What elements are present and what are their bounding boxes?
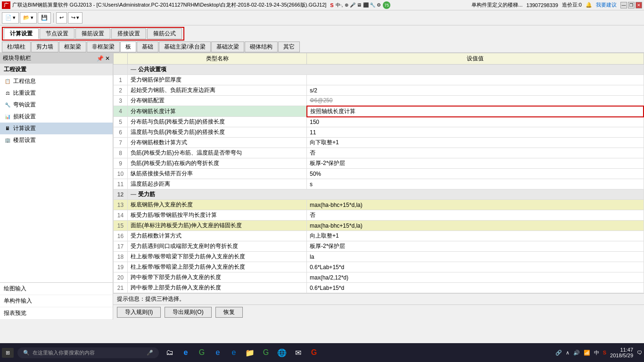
taskbar-icon-ie2[interactable]: e — [211, 346, 225, 360]
table-container: 类型名称 设值值 —公共设置项 1 受力钢筋保护层厚度 — [113, 53, 644, 293]
row-name: 分布钢筋配置 — [128, 96, 307, 106]
sidebar-item-project-info[interactable]: 📋 工程信息 — [0, 75, 113, 87]
tab-node-settings[interactable]: 节点设置 — [40, 28, 74, 39]
export-rules-button[interactable]: 导出规则(O) — [165, 307, 211, 318]
project-info-icon: 📋 — [4, 78, 11, 85]
content-area: 类型名称 设值值 —公共设置项 1 受力钢筋保护层厚度 — [113, 53, 644, 320]
row-num: 1 — [114, 75, 128, 85]
main-tabs-bordered: 计算设置 节点设置 箍筋设置 搭接设置 箍筋公式 — [2, 27, 184, 41]
row-name: 跨中板带上部受力筋伸入支座的长度 — [128, 283, 307, 293]
phone-number: 13907298339 — [527, 2, 558, 8]
row-num: 4 — [114, 106, 128, 117]
undo-button[interactable]: ↩ — [56, 12, 67, 24]
row-name: 受力钢筋保护层厚度 — [128, 75, 307, 85]
sidebar-label-project-info: 工程信息 — [13, 77, 36, 85]
date-display: 2018/5/29 — [610, 353, 633, 358]
start-button[interactable]: ⊞ — [2, 348, 14, 358]
open-button[interactable]: 📂 ▾ — [20, 12, 37, 24]
taskbar-icon-green[interactable]: G — [259, 346, 273, 360]
table-row: 11 温度筋起步距离 s — [114, 179, 644, 189]
taskbar-icon-ggj[interactable]: G — [195, 346, 209, 360]
close-button[interactable]: ✕ — [636, 2, 642, 8]
table-row: 1 受力钢筋保护层厚度 — [114, 75, 644, 85]
taskbar-icon-network[interactable]: 🌐 — [275, 346, 289, 360]
taskbar-right: 🔗 ∧ 🔊 📶 中 S 11:47 2018/5/29 🗨 — [555, 347, 642, 358]
table-row: 6 温度筋与负筋(跨板受力筋)的搭接长度 11 — [114, 127, 644, 138]
row-num: 18 — [114, 252, 128, 262]
save-button[interactable]: 💾 — [38, 12, 51, 24]
subtab-foundation-sec-beam[interactable]: 基础次梁 — [211, 41, 244, 52]
taskbar-search[interactable]: 🔍 在这里输入你要搜索的内容 🎤 — [17, 347, 159, 358]
undo-icon: ↩ — [59, 15, 64, 21]
sidebar-item-loss[interactable]: 📊 损耗设置 — [0, 111, 113, 123]
tab-calc-settings[interactable]: 计算设置 — [4, 28, 39, 39]
table-row: 8 负筋(跨板受力筋)分布筋、温度筋是否带弯勾 否 — [114, 148, 644, 158]
minimize-button[interactable]: — — [620, 2, 627, 8]
taskbar-speaker-icon: 🔊 — [573, 350, 580, 356]
calc-icon: 🖩 — [4, 125, 11, 132]
row-value: 否 — [307, 148, 644, 158]
redo-button[interactable]: ↪ ▾ — [68, 12, 83, 24]
taskbar-lang-zh: 中 — [594, 349, 599, 356]
help-link[interactable]: 我要建议 — [596, 1, 617, 8]
subtab-col[interactable]: 柱/墙柱 — [2, 41, 31, 52]
floor-icon: 🏢 — [4, 137, 11, 144]
price-info: 造价豆:0 — [562, 1, 582, 8]
row-num: 13 — [114, 200, 128, 210]
row-num: 3 — [114, 96, 128, 106]
bottom-bar: 导入规则(I) 导出规则(O) 恢复 — [113, 304, 644, 320]
subtab-foundation[interactable]: 基础 — [137, 41, 158, 52]
sidebar-footer-drawing[interactable]: 绘图输入 — [0, 283, 113, 295]
bell-icon: 🔔 — [586, 2, 592, 8]
subtab-slab[interactable]: 板 — [120, 41, 136, 52]
table-header-row: 类型名称 设值值 — [114, 53, 644, 65]
subtab-other[interactable]: 其它 — [278, 41, 300, 52]
taskbar-icon-edge[interactable]: e — [227, 346, 241, 360]
sidebar-pin-icon[interactable]: 📌 ✕ — [97, 55, 110, 62]
taskbar-icon-mail[interactable]: ✉ — [291, 346, 305, 360]
sidebar-footer-single[interactable]: 单构件输入 — [0, 295, 113, 307]
taskbar-icon-cortana[interactable]: 🗂 — [163, 346, 177, 360]
tab-stirrup-settings[interactable]: 箍筋设置 — [75, 28, 110, 39]
new-button[interactable]: 📄 ▾ — [2, 12, 19, 24]
row-num: 12 — [114, 189, 128, 200]
table-row: —公共设置项 — [114, 65, 644, 75]
sidebar-item-calc[interactable]: 🖩 计算设置 — [0, 123, 113, 134]
row-value: 向下取整+1 — [307, 138, 644, 148]
restore-button[interactable]: ❐ — [628, 2, 635, 8]
table-row: 10 纵筋搭接接头错开百分率 50% — [114, 169, 644, 179]
restore-button[interactable]: 恢复 — [215, 307, 243, 318]
tab-stirrup-formula[interactable]: 箍筋公式 — [147, 28, 182, 39]
tab-lap-settings[interactable]: 搭接设置 — [111, 28, 146, 39]
settings-table: 类型名称 设值值 —公共设置项 1 受力钢筋保护层厚度 — [113, 53, 644, 293]
sidebar-item-floor[interactable]: 🏢 楼层设置 — [0, 134, 113, 146]
row-num: 10 — [114, 169, 128, 179]
subtab-nonframebeam[interactable]: 非框架梁 — [87, 41, 120, 52]
row-value: la — [307, 252, 644, 262]
sidebar-footer-report[interactable]: 报表预览 — [0, 307, 113, 320]
taskbar-time-date: 11:47 2018/5/29 — [610, 347, 633, 358]
app-icon: 广 — [2, 1, 10, 9]
subtab-framebeam[interactable]: 框架梁 — [59, 41, 86, 52]
taskbar-icon-red-g[interactable]: G — [307, 346, 321, 360]
taskbar: ⊞ 🔍 在这里输入你要搜索的内容 🎤 🗂 e G e e 📁 G 🌐 ✉ G 🔗… — [0, 343, 644, 362]
row-value: 否 — [307, 210, 644, 221]
subtab-foundation-main-beam[interactable]: 基础主梁/承台梁 — [159, 41, 210, 52]
taskbar-icon-ie1[interactable]: e — [179, 346, 193, 360]
table-row-yellow: 13 板底钢筋伸入支座的长度 max(ha-bhc+15*d,la) — [114, 200, 644, 210]
sidebar-item-hook[interactable]: 🔧 弯钩设置 — [0, 99, 113, 111]
row-name: 温度筋与负筋(跨板受力筋)的搭接长度 — [128, 127, 307, 138]
sidebar-item-weight[interactable]: ⚖ 比重设置 — [0, 87, 113, 99]
table-row-highlighted: 4 分布钢筋长度计算 按照轴线长度计算 — [114, 106, 644, 117]
app-version: 75 — [383, 1, 390, 9]
row-value-highlighted[interactable]: 按照轴线长度计算 — [307, 106, 644, 117]
taskbar-icon-files[interactable]: 📁 — [243, 346, 257, 360]
row-num — [114, 65, 128, 75]
row-num: 7 — [114, 138, 128, 148]
row-name: 受力筋遇到间口或端部无支座时的弯折长度 — [128, 241, 307, 252]
row-name: 板底钢筋伸入支座的长度 — [128, 200, 307, 210]
table-row: 21 跨中板带上部受力筋伸入支座的长度 0.6*Lab+15*d — [114, 283, 644, 293]
import-rules-button[interactable]: 导入规则(I) — [117, 307, 161, 318]
subtab-shearwall[interactable]: 剪力墙 — [31, 41, 58, 52]
subtab-masonry[interactable]: 砌体结构 — [245, 41, 278, 52]
